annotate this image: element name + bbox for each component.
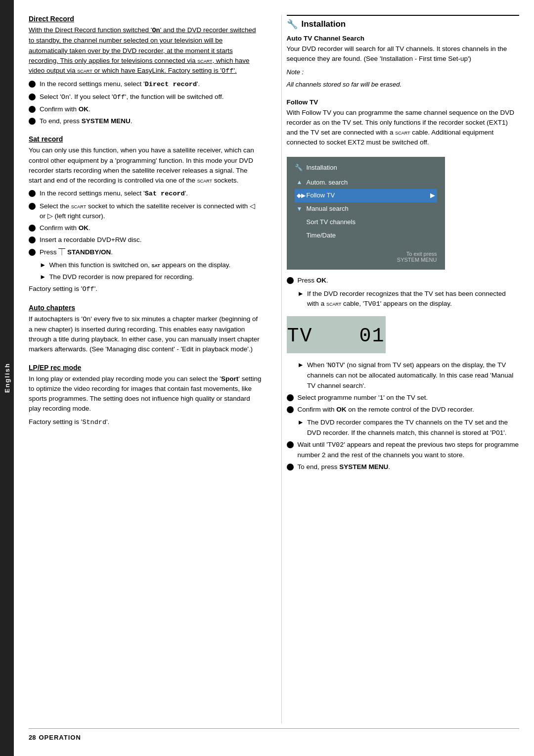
bullet-icon: [29, 225, 36, 232]
list-item: To end, press SYSTEM MENU.: [287, 462, 520, 472]
menu-item-icon: ▼: [297, 204, 307, 214]
bullet-icon: [29, 81, 36, 88]
wrench-icon: 🔧: [287, 19, 298, 30]
section-lpep: LP/EP rec mode In long play or extended …: [29, 364, 262, 427]
side-tab: English: [0, 0, 14, 756]
menu-item-time-date: Time/Date: [295, 229, 437, 242]
list-item: Select programme number '1' on the TV se…: [287, 393, 520, 403]
left-column: Direct Record With the Direct Record fun…: [29, 15, 267, 723]
installation-header: 🔧 Installation: [287, 15, 520, 30]
tv-display-text: T​V ​ 0​1: [287, 321, 385, 348]
footer-label: OPERATION: [39, 734, 81, 741]
side-tab-label: English: [3, 363, 11, 393]
list-item: Insert a recordable DVD+RW disc.: [29, 235, 262, 245]
follow-tv-para: With Follow TV you can programme the sam…: [287, 108, 520, 148]
menu-item-autom-search: ▲ Autom. search: [295, 176, 437, 189]
arrow-no-signal: ► When 'NOTV' (no signal from TV set) ap…: [287, 360, 520, 391]
auto-chapters-para: If autochapters is 'On' every five to si…: [29, 314, 262, 355]
arrow-compare: ► The DVD recorder compares the TV chann…: [287, 418, 520, 438]
arrow-if-connected: ► If the DVD recorder recognizes that th…: [287, 289, 520, 310]
bullets-after-display: Select programme number '1' on the TV se…: [287, 393, 520, 415]
section-sat-record: Sat record You can only use this functio…: [29, 135, 262, 294]
list-item: Press ⏉ STANDBY/ON.: [29, 247, 262, 257]
installation-title: Installation: [302, 19, 346, 29]
bullet-icon: [29, 236, 36, 243]
direct-record-title: Direct Record: [29, 15, 262, 23]
list-item: Press OK.: [287, 276, 520, 285]
section-auto-tv: Auto TV Channel Search Your DVD recorder…: [287, 35, 520, 90]
installation-menu: 🔧 Installation ▲ Autom. search ◆▶ Follow…: [287, 157, 445, 270]
bullet-icon: [29, 94, 36, 100]
bullet-icon: [29, 190, 36, 197]
list-item: In the record settings menu, select 'Sat…: [29, 189, 262, 199]
lpep-factory: Factory setting is 'Stndrd'.: [29, 417, 262, 427]
menu-item-sort-tv: Sort TV channels: [295, 216, 437, 229]
bullet-icon: [287, 277, 294, 284]
lpep-para: In long play or extended play recording …: [29, 374, 262, 414]
sat-record-title: Sat record: [29, 135, 262, 143]
list-item: Confirm with OK.: [29, 104, 262, 114]
menu-item-manual-search: ▼ Manual search: [295, 202, 437, 216]
bullet-icon: [287, 441, 294, 448]
note-label: Note :: [287, 67, 520, 77]
list-item: In the record settings menu, select 'Dir…: [29, 79, 262, 90]
list-item: Confirm with OK on the remote control of…: [287, 405, 520, 415]
note-text: All channels stored so far will be erase…: [287, 80, 520, 90]
right-column: 🔧 Installation Auto TV Channel Search Yo…: [281, 15, 520, 723]
follow-tv-title: Follow TV: [287, 98, 520, 106]
list-item: Wait until 'TV02' appears and repeat the…: [287, 440, 520, 461]
auto-tv-para: Your DVD recorder will search for all TV…: [287, 44, 520, 64]
list-item: Select 'On'. If you select 'Off', the fu…: [29, 92, 262, 102]
page-footer: 28 OPERATION: [29, 728, 519, 741]
menu-item-follow-tv: ◆▶ Follow TV ▶: [295, 189, 437, 202]
list-item: Select the scart socket to which the sat…: [29, 201, 262, 222]
menu-wrench-icon: 🔧: [295, 164, 303, 171]
bullet-icon: [29, 106, 36, 113]
lpep-title: LP/EP rec mode: [29, 364, 262, 372]
main-content: Direct Record With the Direct Record fun…: [14, 0, 534, 756]
tv-display-box: T​V ​ 0​1: [287, 316, 386, 353]
bullet-icon: [29, 249, 36, 256]
list-item: To end, press SYSTEM MENU.: [29, 116, 262, 126]
direct-record-bullets: In the record settings menu, select 'Dir…: [29, 79, 262, 126]
auto-chapters-title: Auto chapters: [29, 304, 262, 312]
direct-record-para: With the Direct Record function switched…: [29, 25, 262, 76]
menu-footer: To exit press SYSTEM MENU: [295, 251, 437, 263]
menu-item-icon: ▲: [297, 178, 307, 187]
bullet-icon: [287, 406, 294, 413]
section-follow-tv: Follow TV With Follow TV you can program…: [287, 98, 520, 148]
section-auto-chapters: Auto chapters If autochapters is 'On' ev…: [29, 304, 262, 355]
sat-record-arrow2: ► The DVD recorder is now prepared for r…: [29, 272, 262, 282]
after-menu-bullets: Press OK.: [287, 276, 520, 285]
bullet-icon: [287, 394, 294, 401]
sat-factory: Factory setting is 'Off'.: [29, 284, 262, 294]
menu-title: 🔧 Installation: [295, 164, 437, 171]
sat-record-para: You can only use this function, when you…: [29, 145, 262, 186]
section-direct-record: Direct Record With the Direct Record fun…: [29, 15, 262, 126]
auto-tv-title: Auto TV Channel Search: [287, 35, 520, 42]
bullet-icon: [287, 464, 294, 471]
bullet-icon: [29, 118, 36, 125]
menu-item-arrow: ▶: [430, 190, 435, 201]
menu-item-icon: ◆▶: [297, 191, 307, 200]
sat-record-arrow1: ► When this function is switched on, sat…: [29, 260, 262, 270]
bullet-icon: [29, 203, 36, 210]
page-number: 28: [29, 734, 36, 741]
sat-record-bullets: In the record settings menu, select 'Sat…: [29, 189, 262, 257]
list-item: Confirm with OK.: [29, 223, 262, 233]
bullets-final: Wait until 'TV02' appears and repeat the…: [287, 440, 520, 472]
